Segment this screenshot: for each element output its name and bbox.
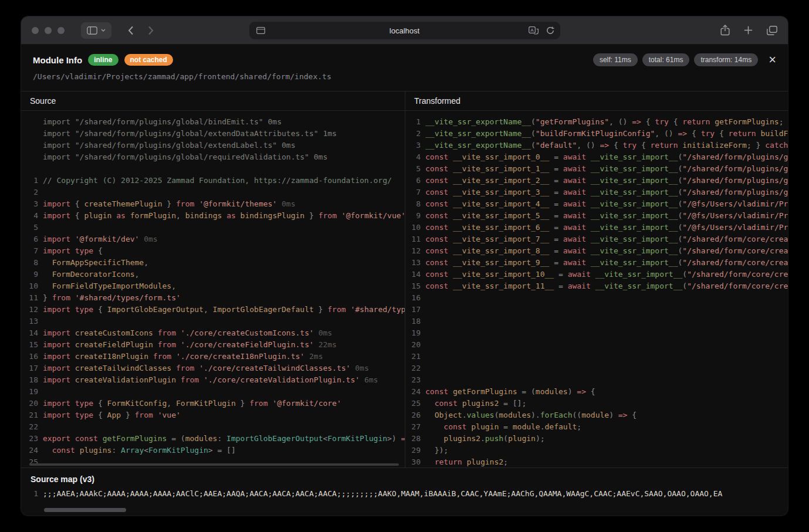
code-line: 13const __vite_ssr_import_9__ = await __… [405, 257, 788, 269]
code-line: 22 [405, 362, 788, 374]
code-line: 7const __vite_ssr_import_3__ = await __v… [405, 187, 788, 198]
browser-titlebar: localhost A [21, 16, 788, 45]
code-line: 20import type { FormKitConfig, FormKitPl… [21, 398, 405, 409]
code-line: 25 [21, 456, 405, 467]
address-bar[interactable]: localhost A [249, 22, 560, 39]
code-line: 7import type { [21, 245, 405, 257]
code-line: 9 FormDecoratorIcons, [21, 269, 405, 280]
code-line: 3import { createThemePlugin } from '@for… [21, 198, 405, 210]
code-line: 24 const plugins: Array<FormKitPlugin> =… [21, 445, 405, 456]
sourcemap-code-view[interactable]: 1;;;AAEA;AAAkC;AAAA;AAAA;AAAA;AAClC;AAEA… [21, 488, 788, 500]
code-line: 19 [405, 327, 788, 339]
code-line: 8 FormAppSpecificTheme, [21, 257, 405, 269]
code-line: 15const __vite_ssr_import_11__ = await _… [405, 280, 788, 292]
reload-icon[interactable] [546, 26, 554, 35]
code-line: 17import createTailwindClasses from './c… [21, 362, 405, 374]
sourcemap-section: Source map (v3) 1;;;AAEA;AAAkC;AAAA;AAAA… [21, 467, 788, 516]
forward-button[interactable] [148, 26, 154, 35]
sidebar-icon [87, 26, 97, 35]
code-line: 11const __vite_ssr_import_7__ = await __… [405, 233, 788, 245]
code-line: 6import '@formkit/dev' 0ms [21, 233, 405, 245]
code-line: 27 const plugin = module.default; [405, 421, 788, 433]
code-panels: Source import "/shared/form/plugins/glob… [21, 91, 788, 467]
svg-text:A: A [530, 28, 534, 33]
traffic-light-close[interactable] [32, 27, 39, 34]
code-line: 1// Copyright (C) 2012-2025 Zammad Found… [21, 175, 405, 187]
transformed-code-view[interactable]: 1__vite_ssr_exportName__("getFormPlugins… [405, 111, 788, 467]
self-time-badge: self: 11ms [593, 53, 638, 66]
code-line: 26 Object.values(modules).forEach((modul… [405, 409, 788, 421]
code-line: 15import createFieldPlugin from './core/… [21, 339, 405, 351]
code-line: 22 [21, 421, 405, 433]
code-line: 10 FormFieldTypeImportModules, [21, 280, 405, 292]
code-line: 21import type { App } from 'vue' [21, 409, 405, 421]
code-line: 29 }); [405, 445, 788, 456]
transform-time-badge: transform: 14ms [694, 53, 758, 66]
sidebar-toggle-button[interactable] [81, 22, 111, 39]
total-time-badge: total: 61ms [642, 53, 690, 66]
code-line: 11} from '#shared/types/form.ts' [21, 292, 405, 304]
transformed-panel-title: Transformed [405, 92, 788, 111]
code-line: 13 [21, 316, 405, 327]
source-code-view[interactable]: import "/shared/form/plugins/global/bind… [21, 111, 405, 467]
code-line [21, 163, 405, 175]
code-line: 12import type { ImportGlobEagerOutput, I… [21, 304, 405, 316]
traffic-light-zoom[interactable] [57, 27, 65, 34]
horizontal-scrollbar[interactable] [29, 463, 399, 466]
code-line: 1__vite_ssr_exportName__("getFormPlugins… [405, 116, 788, 128]
tab-overview-icon[interactable] [767, 26, 777, 35]
url-text[interactable]: localhost [249, 22, 560, 39]
code-line: 24const getFormPlugins = (modules) => { [405, 386, 788, 398]
code-line: 25 const plugins2 = []; [405, 398, 788, 409]
code-line: 4const __vite_ssr_import_0__ = await __v… [405, 151, 788, 163]
window-controls [32, 27, 65, 34]
chevron-left-icon [128, 26, 134, 35]
code-line: 17 [405, 304, 788, 316]
page-title: Module Info [33, 55, 82, 65]
code-line: 19 [21, 386, 405, 398]
source-panel: Source import "/shared/form/plugins/glob… [21, 92, 405, 467]
code-line: 10const __vite_ssr_import_6__ = await __… [405, 222, 788, 233]
code-line: import "/shared/form/plugins/global/requ… [21, 151, 405, 163]
source-panel-title: Source [21, 92, 405, 111]
code-line: 20 [405, 339, 788, 351]
code-line: import "/shared/form/plugins/global/exte… [21, 128, 405, 140]
chevron-right-icon [148, 26, 154, 35]
chevron-down-icon [101, 29, 106, 32]
browser-window: localhost A [21, 16, 788, 516]
code-line: 30 return plugins2; [405, 456, 788, 467]
code-line: 5 [21, 222, 405, 233]
code-line: 9const __vite_ssr_import_5__ = await __v… [405, 210, 788, 222]
code-line: 2__vite_ssr_exportName__("buildFormKitPl… [405, 128, 788, 140]
code-line: 23 [405, 374, 788, 386]
code-line: 16import createI18nPlugin from './core/c… [21, 351, 405, 362]
code-line: import "/shared/form/plugins/global/bind… [21, 116, 405, 128]
code-line: 2 [21, 187, 405, 198]
code-line: 21 [405, 351, 788, 362]
code-line: 8const __vite_ssr_import_4__ = await __v… [405, 198, 788, 210]
timing-badges: self: 11ms total: 61ms transform: 14ms [593, 53, 758, 66]
code-line: 14const __vite_ssr_import_10__ = await _… [405, 269, 788, 280]
code-line: 16 [405, 292, 788, 304]
code-line: 23export const getFormPlugins = (modules… [21, 433, 405, 445]
code-line: 18import createValidationPlugin from './… [21, 374, 405, 386]
share-icon[interactable] [720, 25, 730, 36]
module-info-header: Module Info inline not cached self: 11ms… [21, 45, 788, 91]
horizontal-scrollbar[interactable] [44, 508, 126, 512]
transformed-panel: Transformed 1__vite_ssr_exportName__("ge… [405, 92, 788, 467]
close-icon[interactable]: × [769, 54, 776, 66]
not-cached-badge: not cached [124, 54, 173, 66]
code-line: 5const __vite_ssr_import_1__ = await __v… [405, 163, 788, 175]
code-line: 14import createCustomIcons from './core/… [21, 327, 405, 339]
back-button[interactable] [128, 26, 134, 35]
translate-icon[interactable]: A [529, 26, 539, 35]
code-line: 4import { plugin as formPlugin, bindings… [21, 210, 405, 222]
code-line: 6const __vite_ssr_import_2__ = await __v… [405, 175, 788, 187]
code-line: 18 [405, 316, 788, 327]
module-file-path: /Users/vladimir/Projects/zammad/app/fron… [33, 72, 776, 81]
code-line: 1;;;AAEA;AAAkC;AAAA;AAAA;AAAA;AAClC;AAEA… [21, 488, 788, 500]
code-line: 3__vite_ssr_exportName__("default", () =… [405, 140, 788, 151]
traffic-light-minimize[interactable] [45, 27, 52, 34]
new-tab-icon[interactable] [744, 26, 753, 35]
code-line: 28 plugins2.push(plugin); [405, 433, 788, 445]
